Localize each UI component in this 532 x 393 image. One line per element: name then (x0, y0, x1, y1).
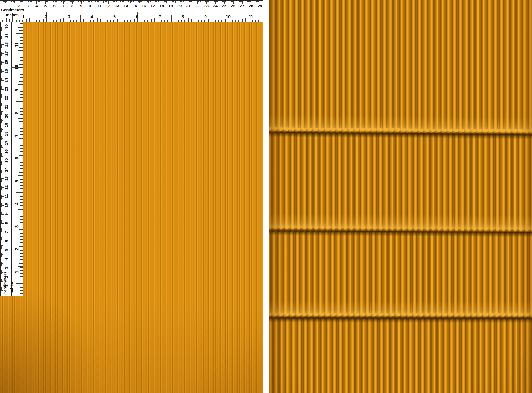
inch-tick (257, 18, 257, 22)
cm-tick (59, 1, 59, 3)
inch-tick (20, 66, 23, 66)
inch-tick (21, 19, 21, 22)
inch-tick (149, 15, 149, 22)
inch-tick (70, 20, 71, 22)
cm-tick (1, 28, 2, 29)
cm-tick (1, 208, 2, 208)
inch-tick (20, 111, 23, 112)
cm-tick (189, 1, 190, 2)
cm-tick (95, 1, 96, 2)
inch-tick (5, 20, 5, 22)
cm-tick (1, 251, 2, 251)
cm-tick (1, 139, 2, 139)
inch-tick (19, 286, 23, 286)
inch-number: 11 (249, 15, 253, 19)
inch-number: 6 (15, 157, 19, 160)
fabric-swatch (0, 0, 263, 393)
cm-tick (159, 1, 159, 2)
inch-tick (19, 195, 23, 195)
inch-tick (49, 19, 49, 22)
cm-number: 23 (204, 4, 209, 8)
inch-tick (20, 256, 23, 257)
inch-tick (19, 252, 23, 252)
inch-tick (20, 273, 23, 274)
cm-tick (198, 1, 199, 2)
cm-tick (1, 75, 2, 75)
inch-tick (20, 250, 23, 251)
inch-tick (194, 15, 194, 22)
inch-tick (190, 20, 190, 22)
inch-tick (20, 182, 23, 183)
cm-tick (40, 1, 40, 2)
inch-tick (20, 35, 23, 35)
cm-tick (1, 228, 2, 229)
cm-tick (173, 1, 173, 2)
inch-tick (177, 18, 177, 22)
inch-tick (20, 123, 23, 123)
inch-tick (19, 53, 23, 53)
cm-tick (34, 1, 34, 2)
cm-tick (124, 1, 124, 2)
inch-tick (242, 19, 243, 22)
cm-tick (1, 284, 2, 284)
left-panel-fabric-swatch: Centimeters Inches 123456789101112131415… (0, 0, 263, 393)
cm-tick (58, 1, 58, 2)
inch-tick (20, 174, 23, 174)
cm-tick (214, 1, 215, 2)
cm-tick (1, 61, 2, 61)
inch-tick (31, 20, 31, 22)
inch-tick (95, 19, 95, 22)
cm-number: 11 (4, 194, 8, 198)
cm-tick (1, 267, 2, 267)
cm-tick (1, 269, 2, 269)
cm-tick (1, 153, 2, 153)
cm-tick (1, 225, 2, 225)
inch-tick (19, 47, 23, 48)
cm-tick (232, 1, 232, 2)
top-ruler: Centimeters Inches 123456789101112131415… (0, 0, 263, 22)
inch-tick (45, 20, 45, 22)
cm-tick (139, 1, 140, 3)
cm-tick (75, 1, 75, 2)
inch-number: 10 (226, 15, 231, 19)
cm-tick (1, 221, 2, 221)
inch-tick (18, 232, 23, 232)
cm-tick (1, 270, 2, 270)
cm-tick (45, 1, 45, 2)
cm-tick (177, 1, 177, 2)
inch-tick (20, 72, 23, 72)
cm-number: 1 (4, 285, 8, 287)
cm-tick (1, 176, 2, 176)
cm-tick (190, 1, 190, 2)
cm-tick (1, 24, 2, 24)
cm-number: 8 (4, 222, 8, 224)
cm-tick (1, 31, 3, 31)
inch-tick (20, 154, 23, 154)
inch-tick (20, 60, 23, 60)
inch-tick (62, 20, 62, 22)
inch-tick (20, 26, 23, 26)
inch-tick (117, 19, 118, 22)
cm-tick (1, 153, 2, 154)
inch-tick (184, 20, 184, 22)
cm-tick (128, 1, 128, 2)
inch-tick (144, 20, 145, 22)
cm-tick (1, 167, 2, 167)
cm-tick (193, 1, 193, 3)
cm-tick (131, 1, 132, 2)
inch-tick (260, 19, 260, 22)
cm-tick (1, 132, 2, 132)
inch-tick (20, 239, 23, 240)
cm-tick (145, 1, 145, 2)
inch-tick (19, 172, 23, 173)
inch-tick (38, 19, 38, 22)
cm-tick (2, 1, 2, 2)
cm-number: 21 (186, 4, 191, 8)
inch-tick (20, 259, 23, 259)
cm-tick (137, 1, 137, 2)
inch-tick (16, 283, 23, 283)
cm-tick (225, 1, 225, 2)
cm-number: 6 (53, 4, 55, 8)
cm-tick (226, 1, 226, 2)
cm-tick (1, 253, 2, 254)
